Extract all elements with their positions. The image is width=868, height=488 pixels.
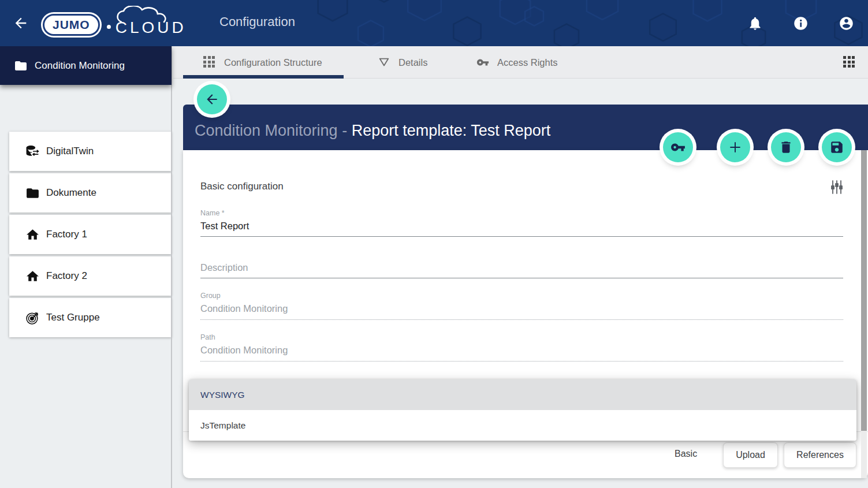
sidebar-item-label: DigitalTwin [46,146,94,157]
template-type-dropdown: WYSIWYG JsTemplate [189,379,856,441]
path-label: Path [200,333,843,341]
top-app-bar: JUMO CLOUD Configuration [0,0,868,46]
app-window: JUMO CLOUD Configuration Condition M [0,0,868,488]
dropdown-option-jstemplate[interactable]: JsTemplate [189,410,856,441]
footer-tab-upload[interactable]: Upload [723,442,778,468]
folder-icon [14,59,28,73]
sidebar-item-label: Test Gruppe [46,312,100,323]
footer-tab-basic[interactable]: Basic [675,449,697,459]
sidebar-item-label: Factory 1 [46,229,87,240]
field-path: Path Condition Monitoring [200,333,843,362]
folder-icon [25,186,40,200]
apps-grid-icon[interactable] [843,56,855,68]
sidebar-item-dokumente[interactable]: Dokumente [9,173,172,213]
main-tab-bar: Configuration Structure Details Access R… [173,46,868,79]
save-button[interactable] [822,132,852,162]
delete-button[interactable] [771,132,801,162]
notifications-bell-icon[interactable] [747,16,763,31]
name-label: Name * [200,209,843,217]
grid-icon [203,56,216,69]
tab-label: Configuration Structure [224,57,322,68]
info-icon[interactable] [793,16,809,31]
panel-header: Condition Monitoring - Report template: … [183,105,868,150]
section-title: Basic configuration [200,181,284,192]
scrollbar-thumb[interactable] [861,150,867,431]
sidebar-item-test-gruppe[interactable]: Test Gruppe [9,298,172,337]
tab-access-rights[interactable]: Access Rights [476,46,558,79]
sidebar-item-condition-monitoring[interactable]: Condition Monitoring [0,46,172,85]
vertical-scrollbar [861,150,867,478]
cloud-logo: CLOUD [116,18,187,37]
dropdown-option-wysiwyg[interactable]: WYSIWYG [189,379,856,410]
tab-details[interactable]: Details [378,46,427,79]
group-value: Condition Monitoring [200,302,843,320]
path-value: Condition Monitoring [200,344,843,362]
footer-tab-references[interactable]: References [784,442,856,468]
cloud-outline-icon [113,6,182,23]
account-icon[interactable] [839,16,854,31]
sidebar-item-factory-1[interactable]: Factory 1 [9,215,172,254]
tab-label: Details [398,57,427,68]
back-arrow-icon[interactable] [13,15,29,31]
digital-twin-icon [25,144,40,159]
sidebar-item-label: Dokumente [46,187,96,199]
tab-label: Access Rights [497,57,558,68]
active-tab-underline [183,75,344,79]
field-group: Group Condition Monitoring [200,292,843,320]
name-input[interactable] [200,219,843,237]
panel-title: Condition Monitoring - Report template: … [195,122,550,140]
group-label: Group [200,292,843,300]
description-input[interactable] [200,261,843,278]
field-description [200,261,843,278]
sidebar-item-factory-2[interactable]: Factory 2 [9,256,172,296]
add-button[interactable] [720,132,750,162]
page-title: Configuration [219,14,295,29]
panel-back-button[interactable] [197,84,227,114]
panel-title-prefix: Condition Monitoring - [195,122,352,139]
target-icon [25,311,40,325]
navigation-sidebar: Condition Monitoring DigitalTwin Dokumen… [0,46,172,488]
sidebar-item-digitaltwin[interactable]: DigitalTwin [9,132,172,171]
jumo-logo: JUMO [43,14,100,36]
key-icon [476,56,489,69]
field-name: Name * [200,209,843,237]
sidebar-header-label: Condition Monitoring [35,60,125,72]
access-key-button[interactable] [663,132,693,162]
home-icon [25,228,40,242]
brand-logo: JUMO CLOUD [43,13,187,37]
funnel-icon [378,56,390,69]
tune-filter-icon[interactable] [829,179,845,195]
tab-configuration-structure[interactable]: Configuration Structure [203,46,322,79]
sidebar-item-label: Factory 2 [46,270,87,282]
panel-title-main: Report template: Test Report [352,122,551,139]
home-icon [25,269,40,284]
brand-dot [107,25,111,29]
sidebar-divider [171,46,172,488]
